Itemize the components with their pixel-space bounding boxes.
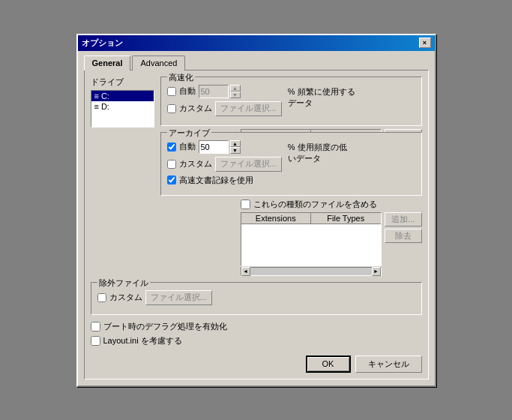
exclude-custom-row: カスタム ファイル選択... — [97, 290, 415, 305]
archive-custom-label: カスタム — [179, 158, 212, 170]
drive-icon-c: ≡ — [94, 92, 99, 100]
archive-ext-col: Extensions — [241, 213, 312, 224]
archive-auto-checkbox[interactable] — [167, 142, 176, 152]
speed-auto-checkbox[interactable] — [167, 87, 176, 96]
exclude-title: 除外ファイル — [97, 278, 150, 289]
archive-file-types: これらの種類のファイルを含める Extensions File Types — [241, 199, 422, 276]
archive-up-arrow[interactable]: ▲ — [230, 140, 241, 147]
tab-general[interactable]: General — [84, 56, 131, 70]
archive-controls: 自動 ▲ ▼ — [167, 140, 282, 189]
exclude-custom-checkbox[interactable] — [97, 293, 106, 302]
speed-value-input — [199, 85, 229, 98]
archive-file-table: Extensions File Types — [241, 212, 382, 266]
archive-file-btn: ファイル選択... — [215, 157, 282, 172]
speed-auto-row: 自動 ▲ ▼ — [167, 85, 282, 98]
drive-label-c: C: — [101, 92, 109, 100]
archive-auto-row: 自動 ▲ ▼ — [167, 140, 282, 154]
archive-table-body[interactable] — [241, 224, 381, 266]
drive-item-c[interactable]: ≡ C: — [91, 91, 154, 101]
archive-value-input[interactable] — [199, 140, 229, 154]
archive-scroll-track — [250, 268, 372, 275]
ok-button[interactable]: OK — [306, 356, 351, 373]
speed-controls: 自動 ▲ ▼ — [167, 85, 282, 119]
layout-label: Layout.ini を考慮する — [103, 335, 182, 346]
speed-arrows: ▲ ▼ — [230, 85, 241, 98]
archive-custom-checkbox[interactable] — [167, 160, 176, 169]
speed-spinner: ▲ ▼ — [199, 85, 241, 98]
drive-label-d: D: — [101, 102, 109, 111]
layout-checkbox[interactable] — [91, 336, 100, 346]
layout-checkbox-row: Layout.ini を考慮する — [91, 335, 422, 346]
speed-up-arrow: ▲ — [230, 85, 241, 92]
speed-custom-row: カスタム ファイル選択... — [167, 101, 282, 116]
tab-bar: General Advanced — [84, 56, 429, 70]
dialog-content: General Advanced ドライブ ≡ C: ≡ D: — [78, 51, 435, 386]
archive-horiz-scrollbar[interactable]: ◄ ► — [241, 267, 382, 276]
speed-inner: 自動 ▲ ▼ — [167, 85, 415, 119]
drive-panel: ドライブ ≡ C: ≡ D: — [91, 76, 154, 202]
speed-down-arrow: ▼ — [230, 92, 241, 98]
speed-file-btn: ファイル選択... — [215, 101, 282, 116]
archive-remove-btn: 除去 — [385, 229, 422, 243]
archive-file-types-panels: これらの種類のファイルを含める Extensions File Types — [241, 199, 422, 276]
cancel-button[interactable]: キャンセル — [355, 356, 422, 373]
archive-title: アーカイブ — [167, 128, 211, 139]
archive-auto-label: 自動 — [179, 141, 196, 152]
archive-percent-label: % 使用頻度の低 いデータ — [288, 142, 347, 164]
archive-section: アーカイブ 自動 ▲ ▼ — [160, 132, 422, 196]
drive-list: ≡ C: ≡ D: — [91, 90, 154, 128]
archive-scroll-right[interactable]: ► — [372, 267, 381, 276]
right-content: 高速化 自動 ▲ ▼ — [160, 76, 422, 202]
boot-label: ブート時のデフラグ処理を有効化 — [103, 321, 227, 332]
archive-table-container: Extensions File Types ◄ ► — [241, 212, 382, 276]
fast-write-row: 高速文書記録を使用 — [167, 175, 282, 186]
drive-item-d[interactable]: ≡ D: — [91, 101, 154, 112]
dialog-title: オプション — [82, 38, 123, 49]
archive-custom-row: カスタム ファイル選択... — [167, 157, 282, 172]
speed-section: 高速化 自動 ▲ ▼ — [160, 76, 422, 126]
fast-write-checkbox[interactable] — [167, 176, 176, 184]
archive-spinner: ▲ ▼ — [199, 140, 241, 154]
fast-write-label: 高速文書記録を使用 — [179, 175, 253, 186]
archive-table-header: Extensions File Types — [241, 213, 381, 224]
archive-add-btn: 追加... — [385, 212, 422, 226]
archive-types-col: File Types — [311, 213, 381, 224]
title-bar: オプション × — [78, 35, 435, 51]
archive-arrows: ▲ ▼ — [230, 140, 241, 154]
archive-scroll-left[interactable]: ◄ — [241, 267, 250, 276]
speed-title: 高速化 — [167, 72, 195, 83]
archive-inner: 自動 ▲ ▼ — [167, 140, 415, 189]
bottom-checkboxes: ブート時のデフラグ処理を有効化 Layout.ini を考慮する — [91, 321, 422, 346]
exclude-file-btn: ファイル選択... — [145, 290, 212, 305]
drive-label: ドライブ — [91, 76, 154, 88]
speed-auto-label: 自動 — [179, 86, 196, 97]
boot-checkbox[interactable] — [91, 322, 100, 332]
archive-include-row: これらの種類のファイルを含める — [241, 199, 422, 210]
exclude-section: 除外ファイル カスタム ファイル選択... — [91, 282, 422, 315]
archive-include-checkbox[interactable] — [241, 200, 250, 209]
archive-include-label: これらの種類のファイルを含める — [253, 199, 377, 210]
main-two-col: ドライブ ≡ C: ≡ D: — [91, 76, 422, 202]
archive-down-arrow[interactable]: ▼ — [230, 147, 241, 154]
drive-icon-d: ≡ — [94, 102, 99, 111]
exclude-custom-label: カスタム — [109, 292, 142, 303]
speed-custom-checkbox[interactable] — [167, 104, 176, 113]
dialog-buttons: OK キャンセル — [91, 352, 422, 373]
tab-advanced[interactable]: Advanced — [132, 56, 185, 70]
tab-content-general: ドライブ ≡ C: ≡ D: — [84, 70, 429, 380]
speed-custom-label: カスタム — [179, 103, 212, 114]
speed-percent-label: % 頻繁に使用する データ — [288, 86, 355, 109]
title-bar-buttons: × — [419, 38, 431, 48]
boot-checkbox-row: ブート時のデフラグ処理を有効化 — [91, 321, 422, 332]
archive-table-btns: 追加... 除去 — [385, 212, 422, 243]
archive-table-wrap: Extensions File Types ◄ ► — [241, 212, 422, 276]
close-button[interactable]: × — [419, 38, 431, 48]
options-dialog: オプション × General Advanced ドライブ ≡ C: — [76, 34, 436, 387]
